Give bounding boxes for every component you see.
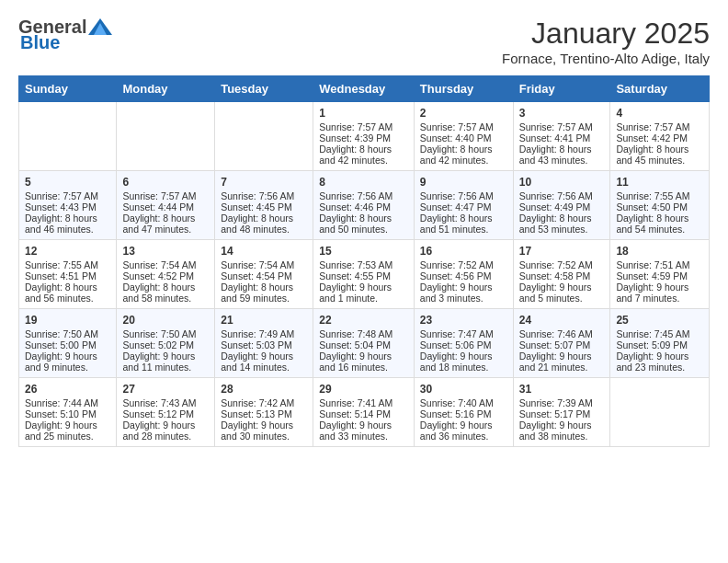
sunset-text: Sunset: 4:41 PM (519, 132, 605, 144)
sunrise-text: Sunrise: 7:48 AM (319, 328, 408, 339)
logo-blue: Blue (20, 32, 60, 53)
sunset-text: Sunset: 5:00 PM (25, 339, 110, 350)
day-number: 14 (221, 245, 307, 258)
sunset-text: Sunset: 4:49 PM (519, 201, 605, 213)
calendar-cell: 12Sunrise: 7:55 AMSunset: 4:51 PMDayligh… (19, 240, 117, 309)
day-number: 27 (122, 383, 209, 396)
sunset-text: Sunset: 4:54 PM (221, 270, 307, 282)
sunrise-text: Sunrise: 7:56 AM (420, 190, 507, 201)
sunset-text: Sunset: 5:07 PM (519, 339, 605, 350)
day-number: 12 (25, 245, 110, 258)
calendar-cell: 29Sunrise: 7:41 AMSunset: 5:14 PMDayligh… (313, 378, 415, 447)
daylight-text: Daylight: 8 hours and 48 minutes. (221, 213, 307, 235)
day-number: 7 (221, 176, 307, 189)
daylight-text: Daylight: 8 hours and 54 minutes. (616, 213, 703, 235)
day-number: 20 (122, 314, 209, 327)
sunset-text: Sunset: 4:47 PM (420, 201, 507, 213)
sunrise-text: Sunrise: 7:43 AM (122, 397, 209, 408)
sunrise-text: Sunrise: 7:56 AM (519, 190, 605, 201)
day-number: 2 (420, 107, 507, 120)
sunrise-text: Sunrise: 7:45 AM (616, 328, 703, 339)
day-number: 8 (319, 176, 408, 189)
sunrise-text: Sunrise: 7:57 AM (319, 121, 408, 132)
calendar-cell: 16Sunrise: 7:52 AMSunset: 4:56 PMDayligh… (414, 240, 513, 309)
calendar-cell: 6Sunrise: 7:57 AMSunset: 4:44 PMDaylight… (117, 171, 215, 240)
day-number: 10 (519, 176, 605, 189)
day-number: 29 (319, 383, 408, 396)
sunrise-text: Sunrise: 7:55 AM (25, 259, 110, 270)
calendar-cell: 18Sunrise: 7:51 AMSunset: 4:59 PMDayligh… (610, 240, 710, 309)
sunrise-text: Sunrise: 7:40 AM (420, 397, 507, 408)
calendar-cell: 1Sunrise: 7:57 AMSunset: 4:39 PMDaylight… (313, 102, 415, 171)
daylight-text: Daylight: 8 hours and 58 minutes. (122, 282, 209, 304)
sunrise-text: Sunrise: 7:57 AM (122, 190, 209, 201)
calendar-cell: 28Sunrise: 7:42 AMSunset: 5:13 PMDayligh… (215, 378, 313, 447)
sunrise-text: Sunrise: 7:41 AM (319, 397, 408, 408)
day-number: 21 (221, 314, 307, 327)
weekday-saturday: Saturday (610, 76, 710, 102)
month-title: January 2025 (502, 17, 710, 51)
daylight-text: Daylight: 9 hours and 16 minutes. (319, 350, 408, 373)
weekday-header-row: SundayMondayTuesdayWednesdayThursdayFrid… (19, 76, 710, 102)
logo-icon (88, 18, 112, 35)
sunrise-text: Sunrise: 7:49 AM (221, 328, 307, 339)
sunrise-text: Sunrise: 7:52 AM (519, 259, 605, 270)
location-title: Fornace, Trentino-Alto Adige, Italy (502, 51, 710, 66)
sunset-text: Sunset: 5:09 PM (616, 339, 703, 350)
sunset-text: Sunset: 5:14 PM (319, 408, 408, 419)
daylight-text: Daylight: 8 hours and 42 minutes. (420, 144, 507, 166)
sunrise-text: Sunrise: 7:44 AM (25, 397, 110, 408)
calendar-cell: 4Sunrise: 7:57 AMSunset: 4:42 PMDaylight… (610, 102, 710, 171)
day-number: 26 (25, 383, 110, 396)
sunrise-text: Sunrise: 7:55 AM (616, 190, 703, 201)
calendar-cell: 19Sunrise: 7:50 AMSunset: 5:00 PMDayligh… (19, 309, 117, 378)
calendar-cell: 10Sunrise: 7:56 AMSunset: 4:49 PMDayligh… (513, 171, 610, 240)
calendar-cell (19, 102, 117, 171)
sunrise-text: Sunrise: 7:53 AM (319, 259, 408, 270)
weekday-thursday: Thursday (414, 76, 513, 102)
sunrise-text: Sunrise: 7:39 AM (519, 397, 605, 408)
day-number: 19 (25, 314, 110, 327)
sunset-text: Sunset: 4:43 PM (25, 201, 110, 213)
calendar-cell: 30Sunrise: 7:40 AMSunset: 5:16 PMDayligh… (414, 378, 513, 447)
day-number: 13 (122, 245, 209, 258)
sunset-text: Sunset: 5:16 PM (420, 408, 507, 419)
page: General Blue January 2025 Fornace, Trent… (0, 0, 728, 464)
sunset-text: Sunset: 5:17 PM (519, 408, 605, 419)
week-row-2: 5Sunrise: 7:57 AMSunset: 4:43 PMDaylight… (19, 171, 710, 240)
daylight-text: Daylight: 9 hours and 18 minutes. (420, 350, 507, 373)
daylight-text: Daylight: 9 hours and 5 minutes. (519, 282, 605, 304)
sunrise-text: Sunrise: 7:57 AM (519, 121, 605, 132)
sunrise-text: Sunrise: 7:47 AM (420, 328, 507, 339)
sunset-text: Sunset: 4:40 PM (420, 132, 507, 144)
calendar-table: SundayMondayTuesdayWednesdayThursdayFrid… (18, 75, 710, 447)
sunset-text: Sunset: 4:44 PM (122, 201, 209, 213)
calendar-cell: 8Sunrise: 7:56 AMSunset: 4:46 PMDaylight… (313, 171, 415, 240)
calendar-cell: 3Sunrise: 7:57 AMSunset: 4:41 PMDaylight… (513, 102, 610, 171)
calendar-cell: 13Sunrise: 7:54 AMSunset: 4:52 PMDayligh… (117, 240, 215, 309)
day-number: 1 (319, 107, 408, 120)
day-number: 4 (616, 107, 703, 120)
sunrise-text: Sunrise: 7:57 AM (420, 121, 507, 132)
calendar-cell: 7Sunrise: 7:56 AMSunset: 4:45 PMDaylight… (215, 171, 313, 240)
day-number: 11 (616, 176, 703, 189)
sunrise-text: Sunrise: 7:52 AM (420, 259, 507, 270)
day-number: 5 (25, 176, 110, 189)
sunrise-text: Sunrise: 7:54 AM (221, 259, 307, 270)
daylight-text: Daylight: 9 hours and 1 minute. (319, 282, 408, 304)
calendar-cell (610, 378, 710, 447)
daylight-text: Daylight: 8 hours and 47 minutes. (122, 213, 209, 235)
sunset-text: Sunset: 4:42 PM (616, 132, 703, 144)
sunset-text: Sunset: 4:56 PM (420, 270, 507, 282)
day-number: 15 (319, 245, 408, 258)
daylight-text: Daylight: 8 hours and 45 minutes. (616, 144, 703, 166)
sunset-text: Sunset: 4:39 PM (319, 132, 408, 144)
daylight-text: Daylight: 8 hours and 50 minutes. (319, 213, 408, 235)
calendar-cell: 25Sunrise: 7:45 AMSunset: 5:09 PMDayligh… (610, 309, 710, 378)
day-number: 24 (519, 314, 605, 327)
daylight-text: Daylight: 8 hours and 53 minutes. (519, 213, 605, 235)
sunset-text: Sunset: 4:45 PM (221, 201, 307, 213)
daylight-text: Daylight: 9 hours and 23 minutes. (616, 350, 703, 373)
sunset-text: Sunset: 4:50 PM (616, 201, 703, 213)
day-number: 3 (519, 107, 605, 120)
